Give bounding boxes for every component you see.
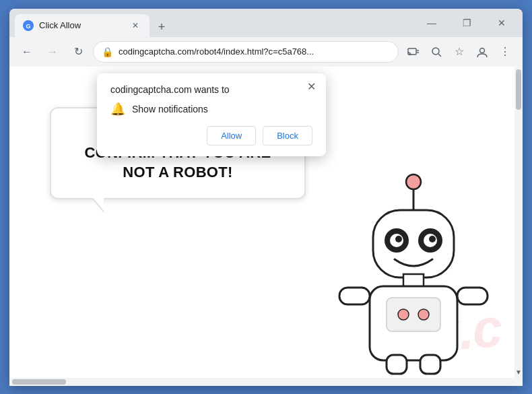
popup-buttons: Allow Block <box>110 126 312 145</box>
notification-row: 🔔 Show notifications <box>110 102 312 117</box>
svg-rect-23 <box>457 288 488 304</box>
search-button[interactable] <box>426 41 447 63</box>
window-controls: — ❐ ✕ <box>416 11 517 34</box>
horizontal-scrollbar[interactable] <box>9 378 523 386</box>
notification-popup: ✕ codingcaptcha.com wants to 🔔 Show noti… <box>97 73 326 156</box>
scroll-down-button[interactable]: ▼ <box>514 367 523 378</box>
svg-point-20 <box>398 309 409 320</box>
svg-rect-2 <box>408 48 416 55</box>
new-tab-button[interactable]: + <box>152 18 171 37</box>
popup-close-button[interactable]: ✕ <box>303 79 319 95</box>
address-bar[interactable]: 🔒 codingcaptcha.com/robot4/index.html?c=… <box>93 41 399 63</box>
svg-rect-19 <box>387 298 440 331</box>
active-tab[interactable]: G Click Allow ✕ <box>15 14 149 37</box>
horizontal-scrollbar-thumb[interactable] <box>12 379 66 385</box>
title-bar: G Click Allow ✕ + — ❐ ✕ <box>9 9 523 37</box>
notification-text: Show notifications <box>132 104 208 114</box>
svg-point-16 <box>429 236 436 242</box>
svg-point-9 <box>406 174 421 189</box>
robot-image <box>333 173 494 378</box>
minimize-button[interactable]: — <box>416 11 447 34</box>
profile-button[interactable] <box>471 41 493 63</box>
svg-rect-24 <box>387 355 407 374</box>
tab-strip: G Click Allow ✕ + <box>15 9 416 37</box>
scrollbar-thumb[interactable] <box>516 69 521 110</box>
page-content: risk.c CLICK «ALLOW» TO CONFIRM THAT YOU… <box>9 67 514 378</box>
navigation-bar: ← → ↻ 🔒 codingcaptcha.com/robot4/index.h… <box>9 37 523 67</box>
svg-point-21 <box>418 309 429 320</box>
nav-right-icons: ☆ ⋮ <box>403 41 516 63</box>
forward-button[interactable]: → <box>42 41 63 63</box>
tab-favicon: G <box>23 20 34 31</box>
back-button[interactable]: ← <box>16 41 38 63</box>
close-button[interactable]: ✕ <box>486 11 517 34</box>
svg-point-15 <box>395 236 402 242</box>
tab-close-button[interactable]: ✕ <box>129 20 141 32</box>
maximize-button[interactable]: ❐ <box>451 11 482 34</box>
cast-button[interactable] <box>403 41 424 63</box>
svg-point-7 <box>480 48 485 53</box>
tab-title: Click Allow <box>39 20 124 30</box>
svg-point-5 <box>432 48 439 55</box>
svg-rect-25 <box>420 355 440 374</box>
menu-button[interactable]: ⋮ <box>494 41 516 63</box>
block-button[interactable]: Block <box>263 126 312 145</box>
popup-title: codingcaptcha.com wants to <box>110 84 312 95</box>
lock-icon: 🔒 <box>102 46 113 57</box>
svg-line-6 <box>438 54 441 57</box>
reload-button[interactable]: ↻ <box>67 41 89 63</box>
bookmark-button[interactable]: ☆ <box>448 41 470 63</box>
url-text: codingcaptcha.com/robot4/index.html?c=c5… <box>119 46 390 57</box>
svg-rect-22 <box>339 288 370 304</box>
browser-window: G Click Allow ✕ + — ❐ ✕ ← → ↻ 🔒 codingca… <box>9 9 523 386</box>
svg-text:G: G <box>26 22 31 29</box>
bell-icon: 🔔 <box>110 102 125 117</box>
content-wrapper: risk.c CLICK «ALLOW» TO CONFIRM THAT YOU… <box>9 67 523 378</box>
vertical-scrollbar[interactable]: ▲ ▼ <box>514 67 523 378</box>
allow-button[interactable]: Allow <box>207 126 256 145</box>
